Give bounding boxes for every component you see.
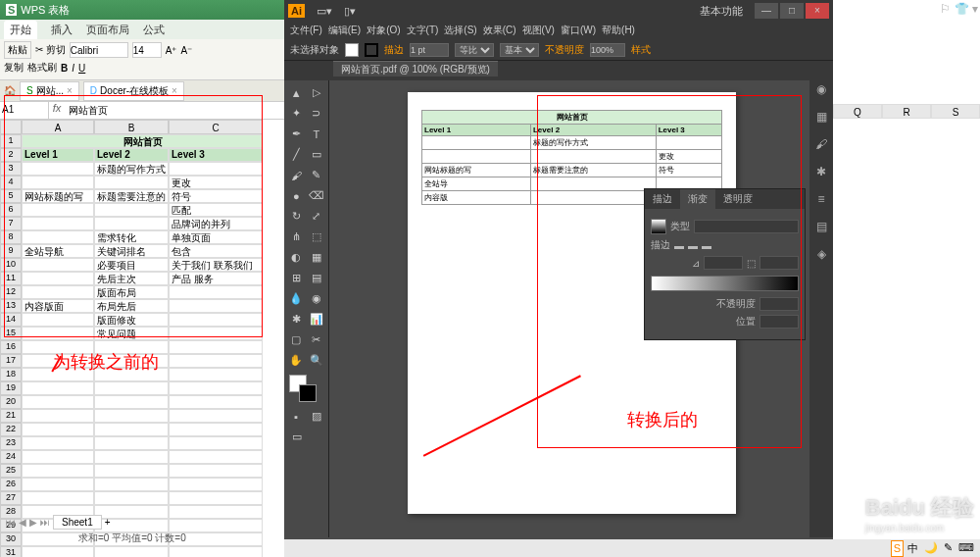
dock-layers-icon[interactable]: ◈ (809, 247, 833, 273)
font-size-input[interactable] (132, 42, 162, 58)
col-header[interactable]: C (169, 120, 263, 134)
basic-func-label[interactable]: 基本功能 (700, 4, 743, 19)
ai-layout-icon[interactable]: ▭▾ (317, 5, 332, 18)
menu-effect[interactable]: 效果(C) (483, 24, 516, 37)
zoom-tool-icon[interactable]: 🔍 (307, 350, 327, 371)
col-header[interactable]: S (931, 104, 980, 119)
eraser-tool-icon[interactable]: ⌫ (307, 185, 327, 206)
menu-layout[interactable]: 页面布局 (86, 23, 129, 37)
minimize-button[interactable]: — (755, 3, 778, 19)
format-painter[interactable]: 格式刷 (27, 61, 57, 75)
col-header[interactable]: R (882, 104, 931, 119)
stroke-align-icon[interactable]: ▬ (688, 240, 698, 251)
style-label[interactable]: 样式 (631, 43, 651, 57)
paste-button[interactable]: 粘贴 (4, 41, 31, 59)
dock-stroke-icon[interactable]: ≡ (809, 192, 833, 218)
slice-tool-icon[interactable]: ✂ (307, 329, 327, 350)
formula-content[interactable]: 网站首页 (65, 102, 284, 119)
menu-object[interactable]: 对象(O) (367, 24, 400, 37)
sheet-tab-1[interactable]: Sheet1 (53, 515, 102, 530)
angle-input[interactable] (704, 256, 743, 270)
basic-select[interactable]: 基本 (500, 43, 539, 57)
gradient-mode-icon[interactable]: ▨ (307, 406, 327, 427)
select-all-corner[interactable] (0, 120, 22, 134)
dock-gradient-icon[interactable]: ▤ (809, 220, 833, 245)
dock-color-icon[interactable]: ◉ (809, 82, 833, 108)
gradient-ramp[interactable] (651, 276, 799, 291)
menu-edit[interactable]: 编辑(E) (328, 24, 361, 37)
artboard-tool-icon[interactable]: ▢ (286, 329, 307, 350)
sheet-nav-first-icon[interactable]: ⏮ (6, 517, 16, 528)
screen-mode-icon[interactable]: ▭ (286, 427, 307, 447)
rotate-tool-icon[interactable]: ↻ (286, 206, 307, 227)
type-tool-icon[interactable]: T (307, 124, 327, 144)
width-tool-icon[interactable]: ⋔ (286, 227, 307, 247)
col-header[interactable]: B (94, 120, 169, 134)
menu-help[interactable]: 帮助(H) (602, 24, 635, 37)
cell-reference[interactable]: A1 (0, 102, 49, 119)
stroke-align-icon[interactable]: ▬ (702, 240, 711, 251)
shape-builder-icon[interactable]: ◐ (286, 247, 307, 268)
scale-tool-icon[interactable]: ⤢ (307, 206, 327, 227)
fill-stroke-swatch[interactable] (286, 375, 326, 406)
free-transform-icon[interactable]: ⬚ (307, 227, 327, 247)
dock-symbol-icon[interactable]: ✱ (809, 165, 833, 190)
cut-button[interactable]: ✂ 剪切 (35, 43, 66, 57)
stroke-align-icon[interactable]: ▬ (674, 240, 684, 251)
eyedropper-icon[interactable]: 💧 (286, 288, 307, 309)
col-header[interactable]: A (22, 120, 94, 134)
menu-select[interactable]: 选择(S) (444, 24, 476, 37)
rect-tool-icon[interactable]: ▭ (307, 144, 327, 165)
stroke-label[interactable]: 描边 (384, 43, 404, 57)
dock-swatch-icon[interactable]: ▦ (809, 110, 833, 135)
opacity-label[interactable]: 不透明度 (545, 43, 584, 57)
ai-layout-icon[interactable]: ▯▾ (344, 5, 356, 18)
menu-start[interactable]: 开始 (4, 21, 37, 39)
tray-icon[interactable]: 🌙 (922, 540, 940, 557)
graph-tool-icon[interactable]: 📊 (307, 309, 327, 329)
add-sheet-icon[interactable]: + (105, 517, 111, 528)
italic-icon[interactable]: I (72, 63, 74, 74)
perspective-icon[interactable]: ▦ (307, 247, 327, 268)
bold-icon[interactable]: B (61, 63, 68, 74)
close-icon[interactable]: × (67, 85, 73, 96)
font-grow-icon[interactable]: A⁺ (166, 45, 177, 56)
panel-tab-gradient[interactable]: 渐变 (680, 189, 715, 209)
tray-icon[interactable]: 中 (906, 540, 920, 557)
doc-tab[interactable]: 网站首页.pdf @ 100% (RGB/预览) (333, 61, 498, 76)
home-tab-icon[interactable]: 🏠 (4, 85, 16, 96)
brush-tool-icon[interactable]: 🖌 (286, 165, 307, 185)
gradient-thumb[interactable] (651, 219, 666, 234)
stop-opacity-input[interactable] (760, 297, 799, 311)
sheet-nav-prev-icon[interactable]: ◀ (19, 517, 26, 528)
copy-button[interactable]: 复制 (4, 61, 24, 75)
tray-icon[interactable]: S (891, 540, 904, 557)
close-button[interactable]: × (806, 3, 829, 19)
pen-tool-icon[interactable]: ✒ (286, 124, 307, 144)
pencil-tool-icon[interactable]: ✎ (307, 165, 327, 185)
menu-view[interactable]: 视图(V) (522, 24, 555, 37)
stroke-weight-input[interactable] (410, 43, 449, 57)
hand-tool-icon[interactable]: ✋ (286, 350, 307, 371)
col-header[interactable]: Q (833, 104, 882, 119)
dock-brush-icon[interactable]: 🖌 (809, 137, 833, 163)
menu-insert[interactable]: 插入 (51, 23, 73, 37)
doc-tab-2[interactable]: DDocer-在线模板× (83, 81, 184, 101)
stop-position-input[interactable] (760, 315, 799, 329)
menu-text[interactable]: 文字(T) (407, 24, 439, 37)
blob-tool-icon[interactable]: ● (286, 185, 307, 206)
mesh-tool-icon[interactable]: ⊞ (286, 268, 307, 288)
stroke-swatch[interactable] (365, 43, 378, 57)
blend-tool-icon[interactable]: ◉ (307, 288, 327, 309)
sheet-nav-last-icon[interactable]: ⏭ (40, 517, 50, 528)
fx-icon[interactable]: fx (49, 102, 65, 119)
sheet-nav-next-icon[interactable]: ▶ (29, 517, 37, 528)
menu-window[interactable]: 窗口(W) (561, 24, 596, 37)
underline-icon[interactable]: U (78, 63, 85, 74)
selection-tool-icon[interactable]: ▲ (286, 82, 307, 103)
aspect-input[interactable] (760, 256, 799, 270)
lasso-tool-icon[interactable]: ⊃ (307, 103, 327, 124)
wand-tool-icon[interactable]: ✦ (286, 103, 307, 124)
tray-icon[interactable]: ⌨ (956, 540, 976, 557)
close-icon[interactable]: × (172, 85, 177, 96)
